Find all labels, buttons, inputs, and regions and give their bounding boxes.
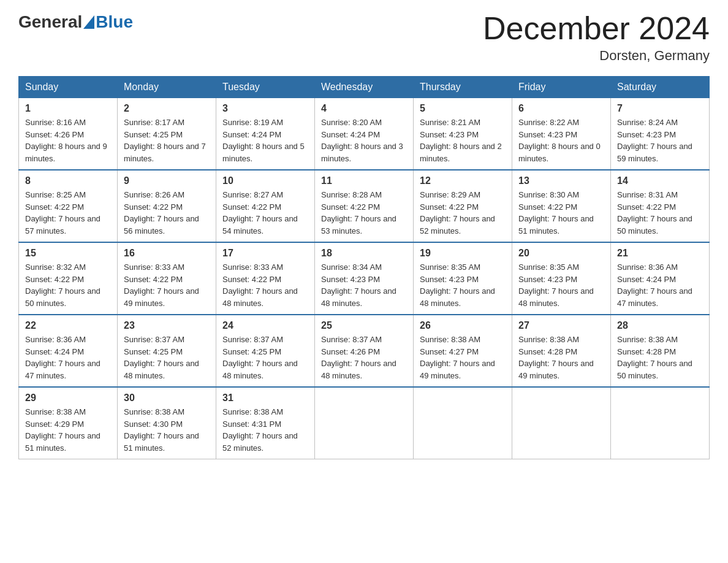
day-number: 14 (617, 175, 703, 186)
table-row: 31Sunrise: 8:38 AMSunset: 4:31 PMDayligh… (216, 387, 315, 459)
day-number: 23 (124, 320, 210, 331)
day-number: 6 (518, 103, 604, 114)
day-number: 24 (222, 320, 308, 331)
table-row (315, 387, 414, 459)
logo-triangle-icon (83, 15, 94, 29)
table-row: 18Sunrise: 8:34 AMSunset: 4:23 PMDayligh… (315, 242, 414, 315)
table-row: 6Sunrise: 8:22 AMSunset: 4:23 PMDaylight… (512, 98, 611, 170)
col-sunday: Sunday (19, 77, 118, 98)
day-info: Sunrise: 8:38 AMSunset: 4:31 PMDaylight:… (222, 406, 308, 454)
calendar-week-row: 22Sunrise: 8:36 AMSunset: 4:24 PMDayligh… (19, 315, 710, 387)
table-row: 16Sunrise: 8:33 AMSunset: 4:22 PMDayligh… (118, 242, 216, 315)
table-row: 2Sunrise: 8:17 AMSunset: 4:25 PMDaylight… (118, 98, 216, 170)
day-info: Sunrise: 8:33 AMSunset: 4:22 PMDaylight:… (124, 261, 210, 309)
table-row (611, 387, 710, 459)
table-row: 19Sunrise: 8:35 AMSunset: 4:23 PMDayligh… (414, 242, 512, 315)
day-number: 30 (124, 393, 210, 404)
day-info: Sunrise: 8:36 AMSunset: 4:24 PMDaylight:… (25, 334, 111, 381)
day-number: 16 (124, 248, 210, 259)
day-info: Sunrise: 8:29 AMSunset: 4:22 PMDaylight:… (420, 189, 506, 237)
day-info: Sunrise: 8:25 AMSunset: 4:22 PMDaylight:… (25, 189, 111, 237)
day-info: Sunrise: 8:21 AMSunset: 4:23 PMDaylight:… (420, 117, 506, 164)
calendar-header-row: Sunday Monday Tuesday Wednesday Thursday… (19, 77, 710, 98)
table-row: 17Sunrise: 8:33 AMSunset: 4:22 PMDayligh… (216, 242, 315, 315)
table-row: 11Sunrise: 8:28 AMSunset: 4:22 PMDayligh… (315, 170, 414, 242)
day-number: 20 (518, 248, 604, 259)
day-number: 21 (617, 248, 703, 259)
day-info: Sunrise: 8:16 AMSunset: 4:26 PMDaylight:… (25, 117, 111, 164)
table-row: 20Sunrise: 8:35 AMSunset: 4:23 PMDayligh… (512, 242, 611, 315)
day-info: Sunrise: 8:28 AMSunset: 4:22 PMDaylight:… (321, 189, 407, 237)
day-number: 28 (617, 320, 703, 331)
table-row (414, 387, 512, 459)
col-tuesday: Tuesday (216, 77, 315, 98)
calendar-week-row: 1Sunrise: 8:16 AMSunset: 4:26 PMDaylight… (19, 98, 710, 170)
day-number: 27 (518, 320, 604, 331)
table-row: 3Sunrise: 8:19 AMSunset: 4:24 PMDaylight… (216, 98, 315, 170)
table-row: 29Sunrise: 8:38 AMSunset: 4:29 PMDayligh… (19, 387, 118, 459)
day-number: 18 (321, 248, 407, 259)
table-row: 8Sunrise: 8:25 AMSunset: 4:22 PMDaylight… (19, 170, 118, 242)
day-number: 26 (420, 320, 506, 331)
table-row: 27Sunrise: 8:38 AMSunset: 4:28 PMDayligh… (512, 315, 611, 387)
table-row: 4Sunrise: 8:20 AMSunset: 4:24 PMDaylight… (315, 98, 414, 170)
table-row: 12Sunrise: 8:29 AMSunset: 4:22 PMDayligh… (414, 170, 512, 242)
day-info: Sunrise: 8:36 AMSunset: 4:24 PMDaylight:… (617, 261, 703, 309)
day-info: Sunrise: 8:30 AMSunset: 4:22 PMDaylight:… (518, 189, 604, 237)
table-row: 15Sunrise: 8:32 AMSunset: 4:22 PMDayligh… (19, 242, 118, 315)
day-number: 8 (25, 175, 111, 186)
day-info: Sunrise: 8:17 AMSunset: 4:25 PMDaylight:… (124, 117, 210, 164)
table-row: 14Sunrise: 8:31 AMSunset: 4:22 PMDayligh… (611, 170, 710, 242)
calendar-week-row: 8Sunrise: 8:25 AMSunset: 4:22 PMDaylight… (19, 170, 710, 242)
table-row: 24Sunrise: 8:37 AMSunset: 4:25 PMDayligh… (216, 315, 315, 387)
day-number: 3 (222, 103, 308, 114)
page-header: General Blue December 2024 Dorsten, Germ… (18, 12, 710, 64)
logo-general-text: General (18, 12, 82, 32)
day-number: 12 (420, 175, 506, 186)
day-info: Sunrise: 8:38 AMSunset: 4:28 PMDaylight:… (617, 334, 703, 381)
day-info: Sunrise: 8:27 AMSunset: 4:22 PMDaylight:… (222, 189, 308, 237)
table-row: 9Sunrise: 8:26 AMSunset: 4:22 PMDaylight… (118, 170, 216, 242)
day-number: 1 (25, 103, 111, 114)
table-row (512, 387, 611, 459)
day-number: 2 (124, 103, 210, 114)
day-info: Sunrise: 8:26 AMSunset: 4:22 PMDaylight:… (124, 189, 210, 237)
day-number: 15 (25, 248, 111, 259)
col-monday: Monday (118, 77, 216, 98)
table-row: 7Sunrise: 8:24 AMSunset: 4:23 PMDaylight… (611, 98, 710, 170)
day-info: Sunrise: 8:37 AMSunset: 4:26 PMDaylight:… (321, 334, 407, 381)
location-title: Dorsten, Germany (483, 48, 710, 64)
day-info: Sunrise: 8:37 AMSunset: 4:25 PMDaylight:… (222, 334, 308, 381)
day-info: Sunrise: 8:31 AMSunset: 4:22 PMDaylight:… (617, 189, 703, 237)
logo: General Blue (18, 12, 133, 32)
day-info: Sunrise: 8:33 AMSunset: 4:22 PMDaylight:… (222, 261, 308, 309)
day-number: 9 (124, 175, 210, 186)
table-row: 25Sunrise: 8:37 AMSunset: 4:26 PMDayligh… (315, 315, 414, 387)
table-row: 28Sunrise: 8:38 AMSunset: 4:28 PMDayligh… (611, 315, 710, 387)
day-number: 5 (420, 103, 506, 114)
col-thursday: Thursday (414, 77, 512, 98)
day-info: Sunrise: 8:22 AMSunset: 4:23 PMDaylight:… (518, 117, 604, 164)
day-info: Sunrise: 8:32 AMSunset: 4:22 PMDaylight:… (25, 261, 111, 309)
table-row: 10Sunrise: 8:27 AMSunset: 4:22 PMDayligh… (216, 170, 315, 242)
table-row: 23Sunrise: 8:37 AMSunset: 4:25 PMDayligh… (118, 315, 216, 387)
table-row: 22Sunrise: 8:36 AMSunset: 4:24 PMDayligh… (19, 315, 118, 387)
day-info: Sunrise: 8:37 AMSunset: 4:25 PMDaylight:… (124, 334, 210, 381)
table-row: 26Sunrise: 8:38 AMSunset: 4:27 PMDayligh… (414, 315, 512, 387)
day-info: Sunrise: 8:24 AMSunset: 4:23 PMDaylight:… (617, 117, 703, 164)
day-info: Sunrise: 8:38 AMSunset: 4:30 PMDaylight:… (124, 406, 210, 454)
day-number: 29 (25, 393, 111, 404)
day-number: 17 (222, 248, 308, 259)
day-number: 22 (25, 320, 111, 331)
day-info: Sunrise: 8:34 AMSunset: 4:23 PMDaylight:… (321, 261, 407, 309)
day-number: 11 (321, 175, 407, 186)
table-row: 5Sunrise: 8:21 AMSunset: 4:23 PMDaylight… (414, 98, 512, 170)
day-info: Sunrise: 8:19 AMSunset: 4:24 PMDaylight:… (222, 117, 308, 164)
table-row: 1Sunrise: 8:16 AMSunset: 4:26 PMDaylight… (19, 98, 118, 170)
day-info: Sunrise: 8:20 AMSunset: 4:24 PMDaylight:… (321, 117, 407, 164)
table-row: 21Sunrise: 8:36 AMSunset: 4:24 PMDayligh… (611, 242, 710, 315)
day-info: Sunrise: 8:38 AMSunset: 4:29 PMDaylight:… (25, 406, 111, 454)
day-number: 31 (222, 393, 308, 404)
col-wednesday: Wednesday (315, 77, 414, 98)
day-info: Sunrise: 8:38 AMSunset: 4:28 PMDaylight:… (518, 334, 604, 381)
